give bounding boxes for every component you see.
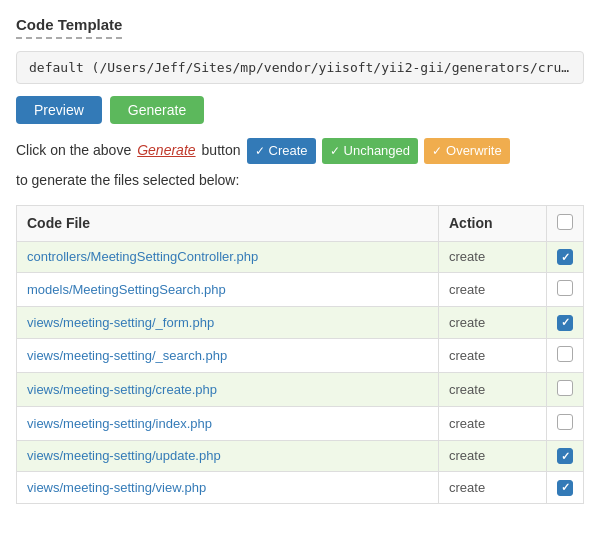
check-cell	[547, 273, 584, 307]
instruction-row: Click on the above Generate button ✓ Cre…	[16, 138, 584, 191]
code-path: default (/Users/Jeff/Sites/mp/vendor/yii…	[16, 51, 584, 84]
generate-highlight: Generate	[137, 140, 195, 161]
table-row: views/meeting-setting/view.phpcreate	[17, 472, 584, 504]
col-header-file: Code File	[17, 205, 439, 241]
file-link[interactable]: views/meeting-setting/_search.php	[27, 348, 227, 363]
check-cell	[547, 338, 584, 372]
row-checkbox[interactable]	[557, 249, 573, 265]
check-cell	[547, 372, 584, 406]
file-link[interactable]: views/meeting-setting/update.php	[27, 448, 221, 463]
file-link[interactable]: controllers/MeetingSettingController.php	[27, 249, 258, 264]
action-cell: create	[438, 241, 546, 273]
preview-button[interactable]: Preview	[16, 96, 102, 124]
col-header-check	[547, 205, 584, 241]
col-header-action: Action	[438, 205, 546, 241]
row-checkbox[interactable]	[557, 380, 573, 396]
action-cell: create	[438, 273, 546, 307]
badge-unchanged-label: Unchanged	[344, 141, 411, 161]
check-cell	[547, 241, 584, 273]
badge-overwrite-check: ✓	[432, 142, 442, 160]
badge-overwrite: ✓ Overwrite	[424, 138, 510, 164]
header-checkbox[interactable]	[557, 214, 573, 230]
row-checkbox[interactable]	[557, 280, 573, 296]
row-checkbox[interactable]	[557, 480, 573, 496]
file-cell: views/meeting-setting/update.php	[17, 440, 439, 472]
table-row: views/meeting-setting/index.phpcreate	[17, 406, 584, 440]
table-row: controllers/MeetingSettingController.php…	[17, 241, 584, 273]
action-cell: create	[438, 307, 546, 339]
file-cell: controllers/MeetingSettingController.php	[17, 241, 439, 273]
check-cell	[547, 406, 584, 440]
table-row: models/MeetingSettingSearch.phpcreate	[17, 273, 584, 307]
check-cell	[547, 440, 584, 472]
row-checkbox[interactable]	[557, 346, 573, 362]
badge-overwrite-label: Overwrite	[446, 141, 502, 161]
button-row: Preview Generate	[16, 96, 584, 124]
file-link[interactable]: models/MeetingSettingSearch.php	[27, 282, 226, 297]
file-cell: views/meeting-setting/create.php	[17, 372, 439, 406]
badge-create: ✓ Create	[247, 138, 316, 164]
check-cell	[547, 472, 584, 504]
file-link[interactable]: views/meeting-setting/create.php	[27, 382, 217, 397]
row-checkbox[interactable]	[557, 448, 573, 464]
file-link[interactable]: views/meeting-setting/_form.php	[27, 315, 214, 330]
action-cell: create	[438, 472, 546, 504]
instruction-text-after: button	[202, 140, 241, 161]
generate-button[interactable]: Generate	[110, 96, 204, 124]
file-cell: views/meeting-setting/index.php	[17, 406, 439, 440]
file-cell: views/meeting-setting/_form.php	[17, 307, 439, 339]
table-row: views/meeting-setting/update.phpcreate	[17, 440, 584, 472]
table-row: views/meeting-setting/_form.phpcreate	[17, 307, 584, 339]
instruction-text-before: Click on the above	[16, 140, 131, 161]
page-container: Code Template default (/Users/Jeff/Sites…	[16, 16, 584, 504]
action-cell: create	[438, 372, 546, 406]
file-cell: views/meeting-setting/_search.php	[17, 338, 439, 372]
action-cell: create	[438, 440, 546, 472]
file-cell: models/MeetingSettingSearch.php	[17, 273, 439, 307]
check-cell	[547, 307, 584, 339]
file-link[interactable]: views/meeting-setting/view.php	[27, 480, 206, 495]
action-cell: create	[438, 406, 546, 440]
section-title: Code Template	[16, 16, 122, 39]
row-checkbox[interactable]	[557, 315, 573, 331]
file-cell: views/meeting-setting/view.php	[17, 472, 439, 504]
table-row: views/meeting-setting/create.phpcreate	[17, 372, 584, 406]
file-link[interactable]: views/meeting-setting/index.php	[27, 416, 212, 431]
badge-create-label: Create	[269, 141, 308, 161]
file-table: Code File Action controllers/MeetingSett…	[16, 205, 584, 504]
badge-unchanged-check: ✓	[330, 142, 340, 160]
table-row: views/meeting-setting/_search.phpcreate	[17, 338, 584, 372]
badge-unchanged: ✓ Unchanged	[322, 138, 419, 164]
row-checkbox[interactable]	[557, 414, 573, 430]
badge-create-check: ✓	[255, 142, 265, 160]
instruction-text-generate: to generate the files selected below:	[16, 170, 239, 191]
action-cell: create	[438, 338, 546, 372]
